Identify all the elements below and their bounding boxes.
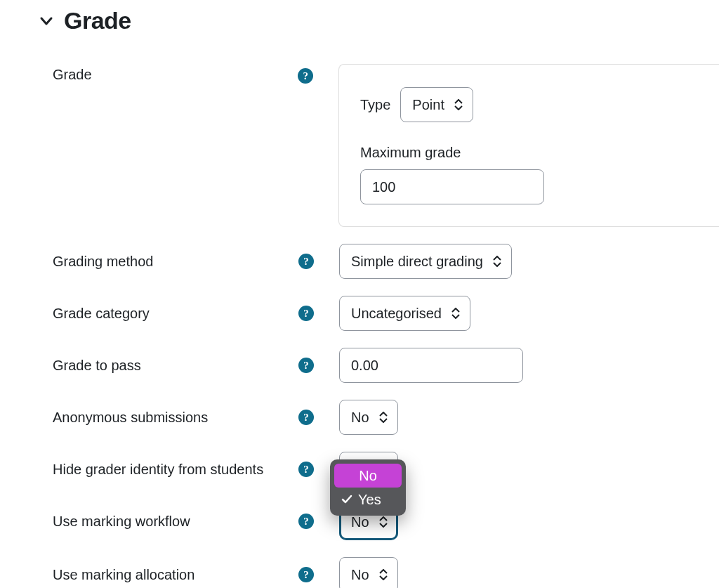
label-anonymous-submissions: Anonymous submissions bbox=[53, 410, 208, 426]
label-use-marking-workflow: Use marking workflow bbox=[53, 514, 190, 530]
select-caret-icon bbox=[454, 99, 463, 110]
help-icon[interactable]: ? bbox=[298, 254, 314, 269]
select-caret-icon bbox=[379, 516, 388, 528]
label-grade-category: Grade category bbox=[53, 306, 150, 322]
select-caret-icon bbox=[493, 256, 501, 267]
dropdown-option-yes-label: Yes bbox=[358, 492, 381, 508]
help-icon[interactable]: ? bbox=[298, 306, 314, 321]
select-caret-icon bbox=[379, 569, 388, 580]
select-use-marking-allocation-value: No bbox=[351, 567, 369, 583]
checkmark-icon bbox=[341, 494, 352, 505]
select-grade-category[interactable]: Uncategorised bbox=[339, 296, 470, 331]
select-caret-icon bbox=[451, 308, 460, 319]
input-maximum-grade[interactable] bbox=[360, 169, 544, 204]
section-toggle[interactable]: Grade bbox=[39, 7, 719, 34]
label-grading-method: Grading method bbox=[53, 254, 153, 270]
select-caret-icon bbox=[379, 412, 388, 423]
label-hide-grader-identity: Hide grader identity from students bbox=[53, 462, 263, 478]
select-anonymous-submissions[interactable]: No bbox=[339, 400, 398, 435]
select-anonymous-submissions-value: No bbox=[351, 410, 369, 426]
label-grade: Grade bbox=[53, 67, 92, 83]
help-icon[interactable]: ? bbox=[298, 68, 313, 84]
help-icon[interactable]: ? bbox=[298, 462, 314, 477]
select-grade-type-value: Point bbox=[412, 97, 444, 113]
dropdown-option-no-label: No bbox=[359, 468, 377, 484]
select-use-marking-workflow-value: No bbox=[351, 514, 369, 530]
chevron-down-icon bbox=[39, 13, 54, 29]
label-use-marking-allocation: Use marking allocation bbox=[53, 567, 194, 583]
help-icon[interactable]: ? bbox=[298, 514, 314, 529]
select-use-marking-allocation[interactable]: No bbox=[339, 557, 398, 588]
select-grade-category-value: Uncategorised bbox=[351, 306, 442, 322]
help-icon[interactable]: ? bbox=[298, 567, 314, 582]
label-grade-type: Type bbox=[360, 97, 390, 113]
select-grade-type[interactable]: Point bbox=[400, 87, 473, 122]
help-icon[interactable]: ? bbox=[298, 410, 314, 425]
dropdown-option-yes[interactable]: Yes bbox=[334, 488, 402, 511]
select-grading-method-value: Simple direct grading bbox=[351, 254, 483, 270]
dropdown-option-no[interactable]: No bbox=[334, 464, 402, 488]
select-dropdown: No Yes bbox=[330, 459, 406, 516]
section-title: Grade bbox=[64, 7, 131, 34]
help-icon[interactable]: ? bbox=[298, 358, 314, 373]
input-grade-to-pass[interactable] bbox=[339, 348, 523, 383]
select-grading-method[interactable]: Simple direct grading bbox=[339, 244, 512, 279]
label-maximum-grade: Maximum grade bbox=[360, 145, 719, 161]
label-grade-to-pass: Grade to pass bbox=[53, 358, 141, 374]
grade-group: Type Point Maximum grade bbox=[338, 64, 719, 227]
